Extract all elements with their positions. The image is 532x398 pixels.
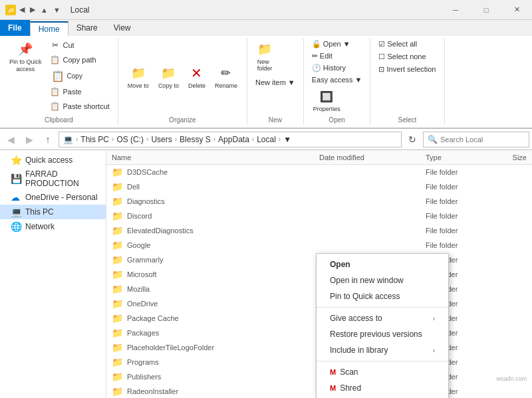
folder-icon: 📁 [112, 181, 123, 192]
folder-icon: 📁 [112, 254, 123, 265]
ctx-sep2 [317, 361, 448, 361]
search-input[interactable] [440, 136, 525, 144]
ribbon-group-open: 🔓 Open ▼ ✏ Edit 🕐 History Easy access ▼ … [304, 39, 371, 125]
sidebar-item-onedrive[interactable]: ☁ OneDrive - Personal [0, 190, 106, 205]
copy-button[interactable]: 📋 Copy [47, 68, 112, 84]
delete-button[interactable]: ✕ Delete [184, 62, 209, 92]
new-folder-button[interactable]: 📁 Newfolder [253, 39, 277, 74]
sidebar-item-label: OneDrive - Personal [25, 193, 98, 202]
paste-shortcut-icon: 📋 [50, 101, 61, 112]
edit-btn[interactable]: ✏ Edit [309, 50, 335, 62]
folder-icon: 📁 [112, 196, 123, 207]
delete-icon: ✕ [189, 65, 205, 81]
file-type: File folder [423, 241, 483, 249]
paste-shortcut-button[interactable]: 📋 Paste shortcut [47, 100, 112, 113]
col-date-header[interactable]: Date modified [317, 153, 423, 161]
file-name: 📁 Grammarly [109, 254, 317, 265]
file-name: 📁 Programs [109, 357, 317, 367]
sidebar-item-quick-access[interactable]: ⭐ Quick access [0, 153, 106, 167]
col-name-header[interactable]: Name [109, 153, 317, 161]
col-size-header[interactable]: Size [483, 153, 529, 161]
tab-share[interactable]: Share [68, 20, 106, 36]
table-row[interactable]: 📁 Discord File folder [106, 209, 532, 223]
clipboard-label: Clipboard [45, 116, 73, 125]
table-row[interactable]: 📁 Dell File folder [106, 179, 532, 194]
table-row[interactable]: 📁 ElevatedDiagnostics File folder [106, 223, 532, 238]
file-list-header: Name Date modified Type Size [106, 150, 532, 165]
sidebar-item-label: Quick access [25, 155, 72, 165]
refresh-button[interactable]: ↻ [404, 132, 420, 148]
paste-button[interactable]: 📋 Paste [47, 85, 112, 98]
app-icon: 📁 [5, 5, 16, 15]
properties-icon: 🔲 [319, 88, 334, 104]
file-name: 📁 Discord [109, 211, 317, 221]
copy-to-button[interactable]: 📁 Copy to [154, 62, 183, 92]
quick-access-up[interactable]: ▲ [39, 5, 50, 15]
file-name: 📁 OneDrive [109, 298, 317, 309]
ctx-pin-quick-access[interactable]: Pin to Quick access [317, 288, 448, 304]
quick-access-icon: ⭐ [11, 155, 21, 165]
sidebar-item-this-pc[interactable]: 💻 This PC [0, 205, 106, 219]
open-label: Open [329, 116, 344, 125]
quick-access-back[interactable]: ◀ [17, 4, 27, 15]
file-name: 📁 PlaceholderTileLogoFolder [109, 342, 317, 353]
new-item-button[interactable]: New item ▼ [253, 77, 298, 88]
easy-access-btn[interactable]: Easy access ▼ [309, 74, 365, 85]
ctx-open[interactable]: Open [317, 256, 448, 272]
watermark: wsadn.com [496, 375, 527, 382]
history-btn[interactable]: 🕐 History [309, 62, 348, 74]
ctx-give-access[interactable]: Give access to › [317, 310, 448, 326]
move-to-button[interactable]: 📁 Move to [124, 62, 153, 92]
folder-icon: 📁 [112, 298, 123, 309]
move-icon: 📁 [130, 65, 146, 81]
table-row[interactable]: 📁 D3DSCache File folder [106, 165, 532, 179]
pin-quick-access-button[interactable]: 📌 Pin to Quickaccess [5, 39, 46, 76]
ctx-arrow-library-icon: › [433, 347, 435, 354]
maximize-button[interactable]: □ [471, 0, 501, 20]
open-items: 🔓 Open ▼ ✏ Edit 🕐 History Easy access ▼ … [309, 39, 365, 115]
ctx-scan[interactable]: M Scan [317, 364, 448, 380]
copy-path-button[interactable]: 📋 Copy path [47, 53, 112, 66]
main-area: ⭐ Quick access 💾 FARRAD PRODUCTION ☁ One… [0, 150, 532, 398]
tab-home[interactable]: Home [30, 21, 68, 36]
invert-selection-btn[interactable]: ⊡ Invert selection [376, 64, 438, 75]
properties-btn[interactable]: 🔲 Properties [309, 86, 344, 115]
up-button[interactable]: ↑ [40, 132, 56, 148]
file-name: 📁 Dell [109, 181, 317, 192]
table-row[interactable]: 📁 Google File folder [106, 238, 532, 252]
folder-icon: 📁 [112, 211, 123, 221]
file-name: 📁 D3DSCache [109, 167, 317, 177]
quick-access-dropdown[interactable]: ▼ [51, 5, 63, 15]
open-btn[interactable]: 🔓 Open ▼ [309, 39, 353, 50]
sidebar-item-network[interactable]: 🌐 Network [0, 219, 106, 234]
this-pc-icon: 💻 [11, 207, 21, 217]
file-type: File folder [423, 197, 483, 205]
breadcrumb[interactable]: 💻 › This PC › OS (C:) › Users › Blessy S… [59, 132, 402, 148]
folder-icon: 📁 [112, 328, 123, 338]
cut-button[interactable]: ✂ Cut [47, 39, 112, 52]
ctx-open-new-window[interactable]: Open in new window [317, 272, 448, 288]
ctx-restore-versions[interactable]: Restore previous versions [317, 326, 448, 342]
table-row[interactable]: 📁 Diagnostics File folder [106, 194, 532, 209]
select-none-btn[interactable]: ☐ Select none [376, 51, 428, 62]
ctx-shred[interactable]: M Shred [317, 380, 448, 396]
minimize-button[interactable]: ─ [440, 0, 471, 20]
file-type: File folder [423, 227, 483, 235]
ribbon-group-new: 📁 Newfolder New item ▼ New [247, 39, 304, 125]
rename-button[interactable]: ✏ Rename [211, 62, 241, 92]
quick-access-forward[interactable]: ▶ [28, 4, 37, 15]
rename-icon: ✏ [218, 65, 234, 81]
tab-file[interactable]: File [0, 20, 30, 36]
ctx-include-library[interactable]: Include in library › [317, 342, 448, 358]
forward-button: ▶ [21, 132, 37, 148]
network-icon: 🌐 [11, 221, 21, 232]
col-type-header[interactable]: Type [423, 153, 483, 161]
select-all-btn[interactable]: ☑ Select all [376, 39, 420, 50]
file-name: 📁 Publishers [109, 371, 317, 382]
back-button: ◀ [3, 132, 19, 148]
close-button[interactable]: ✕ [501, 0, 532, 20]
malwarebytes-shred-icon: M [330, 384, 336, 392]
sidebar-item-farrad[interactable]: 💾 FARRAD PRODUCTION [0, 167, 106, 190]
tab-view[interactable]: View [106, 20, 139, 36]
folder-icon: 📁 [112, 225, 123, 236]
